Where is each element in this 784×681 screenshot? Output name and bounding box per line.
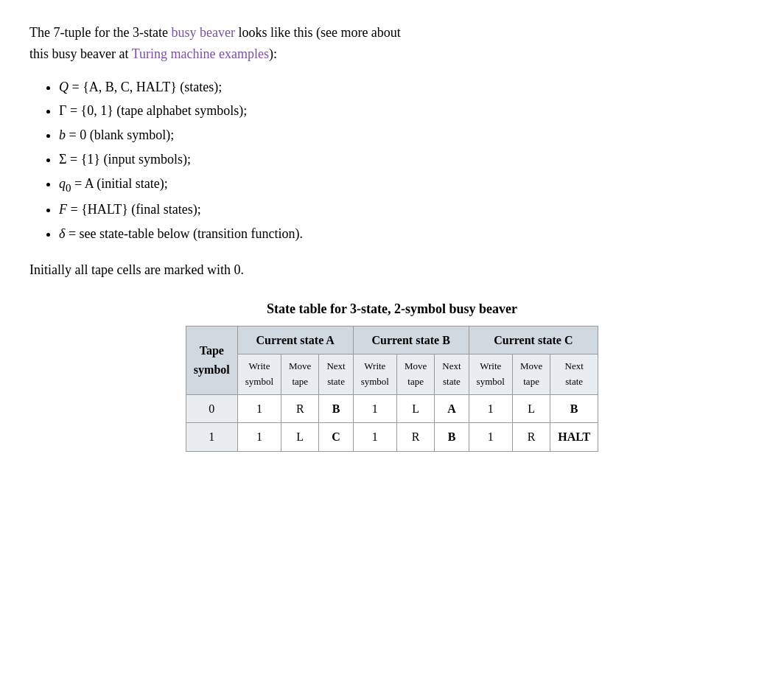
b0-move: L [396, 394, 434, 423]
c0-next: B [550, 394, 598, 423]
definition-q0: q0 = A (initial state); [59, 173, 755, 197]
tape-note: Initially all tape cells are marked with… [29, 259, 755, 281]
sub-header-b-write: Writesymbol [353, 355, 396, 395]
state-table: Tapesymbol Current state A Current state… [186, 326, 598, 452]
definition-b: b = 0 (blank symbol); [59, 125, 755, 146]
sub-header-c-next: Nextstate [550, 355, 598, 395]
a1-write: 1 [237, 423, 281, 452]
tape-0: 0 [186, 394, 237, 423]
c0-write: 1 [469, 394, 512, 423]
b1-write: 1 [353, 423, 396, 452]
c1-move: R [512, 423, 550, 452]
definition-Q: Q = {A, B, C, HALT} (states); [59, 77, 755, 98]
a0-write: 1 [237, 394, 281, 423]
busy-beaver-link[interactable]: busy beaver [171, 25, 234, 40]
definition-Sigma: Σ = {1} (input symbols); [59, 149, 755, 170]
sub-header-b-move: Movetape [396, 355, 434, 395]
table-row: 0 1 R B 1 L A 1 L B [186, 394, 598, 423]
tape-symbol-header: Tapesymbol [186, 326, 237, 394]
state-table-wrapper: Tapesymbol Current state A Current state… [29, 326, 755, 452]
b0-write: 1 [353, 394, 396, 423]
sub-header-a-write: Writesymbol [237, 355, 281, 395]
a1-next: C [319, 423, 353, 452]
sub-header-c-write: Writesymbol [469, 355, 512, 395]
table-title: State table for 3-state, 2-symbol busy b… [29, 298, 755, 320]
c1-next: HALT [550, 423, 598, 452]
sub-header-a-next: Nextstate [319, 355, 353, 395]
b1-move: R [396, 423, 434, 452]
a1-move: L [281, 423, 319, 452]
definition-delta: δ = see state-table below (transition fu… [59, 223, 755, 245]
definition-Gamma: Γ = {0, 1} (tape alphabet symbols); [59, 100, 755, 122]
intro-paragraph: The 7-tuple for the 3-state busy beaver … [29, 22, 755, 65]
a0-move: R [281, 394, 319, 423]
definition-F: F = {HALT} (final states); [59, 199, 755, 220]
tape-1: 1 [186, 423, 237, 452]
sub-header-c-move: Movetape [512, 355, 550, 395]
state-a-header: Current state A [237, 326, 353, 355]
state-b-header: Current state B [353, 326, 469, 355]
sub-header-a-move: Movetape [281, 355, 319, 395]
state-c-header: Current state C [469, 326, 598, 355]
table-row: 1 1 L C 1 R B 1 R HALT [186, 423, 598, 452]
c1-write: 1 [469, 423, 512, 452]
turing-examples-link[interactable]: Turing machine examples [132, 46, 269, 61]
b0-next: A [435, 394, 469, 423]
definitions-list: Q = {A, B, C, HALT} (states); Γ = {0, 1}… [29, 77, 755, 245]
sub-header-b-next: Nextstate [435, 355, 469, 395]
c0-move: L [512, 394, 550, 423]
a0-next: B [319, 394, 353, 423]
b1-next: B [435, 423, 469, 452]
